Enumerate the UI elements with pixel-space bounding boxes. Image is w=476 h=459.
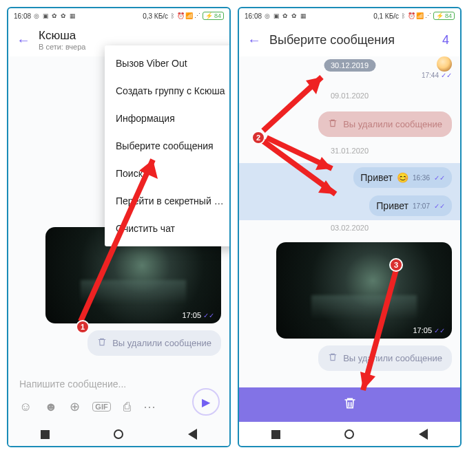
gear-icon: ✿ — [282, 12, 289, 19]
trash-icon — [328, 352, 338, 364]
deleted-message-selected[interactable]: Вы удалили сообщение — [318, 111, 452, 137]
deleted-text: Вы удалили сообщение — [343, 353, 442, 363]
phone-right: 16:08 ◎ ▣ ✿ ✿ ▦ 0,1 КБ/с ᛒ ⏰ 📶 ⋰ ⚡84 ← В… — [238, 7, 462, 447]
menu-secret-chat[interactable]: Перейти в секретный чат — [105, 187, 231, 215]
message-time: 16:36 — [413, 174, 430, 182]
alarm-icon: ⏰ — [178, 12, 185, 19]
message-time: 17:07 — [413, 202, 430, 210]
message-row-selected[interactable]: Привет 😊 16:36 ✓✓ — [239, 163, 460, 192]
trash-icon — [343, 396, 357, 413]
gear-icon-2: ✿ — [291, 12, 298, 19]
battery-indicator: ⚡84 — [203, 12, 224, 20]
status-time: 16:08 — [14, 12, 31, 20]
deleted-message: Вы удалили сообщение — [87, 330, 221, 356]
nav-home-icon[interactable] — [344, 429, 354, 439]
status-bar: 16:08 ◎ ▣ ✿ ✿ ▦ 0,1 КБ/с ᛒ ⏰ 📶 ⋰ ⚡84 — [239, 8, 460, 23]
status-time: 16:08 — [245, 12, 262, 20]
read-ticks-icon: ✓✓ — [434, 174, 445, 182]
back-arrow-icon[interactable]: ← — [17, 32, 30, 48]
nav-back-icon[interactable] — [419, 429, 428, 440]
gif-icon[interactable]: GIF — [92, 402, 110, 412]
badge-3: 3 — [389, 258, 403, 272]
message-text: Привет — [376, 200, 408, 211]
dropdown-menu: Вызов Viber Out Создать группу с Ксюша И… — [105, 45, 231, 246]
avatar-icon — [437, 56, 452, 72]
message-text: Привет — [360, 172, 393, 183]
menu-select-messages[interactable]: Выберите сообщения — [105, 132, 231, 160]
message-input[interactable]: Напишите сообщение... — [17, 373, 221, 395]
phone-left: 16:08 ◎ ▣ ✿ ✿ ▦ 0,3 КБ/с ᛒ ⏰ 📶 ⋰ ⚡84 ← К… — [7, 7, 231, 447]
badge-1: 1 — [76, 320, 90, 334]
instagram-icon: ▣ — [273, 12, 280, 19]
menu-info[interactable]: Информация — [105, 105, 231, 132]
nav-recents-icon[interactable] — [41, 430, 50, 439]
wifi-icon: ⋰ — [425, 12, 432, 19]
smile-emoji-icon: 😊 — [397, 172, 408, 183]
sync-icon: ◎ — [33, 12, 40, 19]
alarm-icon: ⏰ — [408, 12, 415, 19]
wifi-icon: ⋰ — [194, 12, 201, 19]
signal-icon: 📶 — [186, 12, 193, 19]
bluetooth-icon: ᛒ — [169, 12, 176, 19]
signal-icon: 📶 — [417, 12, 424, 19]
status-bar: 16:08 ◎ ▣ ✿ ✿ ▦ 0,3 КБ/с ᛒ ⏰ 📶 ⋰ ⚡84 — [8, 8, 229, 23]
nav-recents-icon[interactable] — [271, 430, 280, 439]
badge-2: 2 — [251, 131, 265, 145]
trash-icon — [328, 118, 338, 130]
date-label: 03.02.2020 — [324, 222, 375, 234]
nav-back-icon[interactable] — [188, 429, 197, 440]
data-rate: 0,3 КБ/с — [143, 12, 168, 20]
send-button[interactable]: ▶ — [192, 388, 220, 416]
image-message[interactable]: 17:05✓✓ — [276, 242, 452, 339]
selection-count: 4 — [442, 33, 449, 47]
android-navbar — [239, 423, 460, 446]
composer: Напишите сообщение... ☺ ☻ ⊕ GIF ⎙ ⋯ ▶ — [8, 373, 229, 418]
battery-indicator: ⚡84 — [433, 12, 455, 20]
camera-plus-icon[interactable]: ⊕ — [70, 399, 80, 414]
message-row-selected[interactable]: Привет 17:07 ✓✓ — [239, 191, 460, 220]
data-rate: 0,1 КБ/с — [373, 12, 399, 20]
trash-icon — [97, 337, 107, 349]
chat-body: 30.12.2019 17:44✓✓ 09.01.2020 Вы удалили… — [239, 56, 460, 408]
menu-search[interactable]: Поиск — [105, 160, 231, 187]
chat-name[interactable]: Ксюша — [39, 29, 221, 43]
date-label: 31.01.2020 — [324, 145, 375, 157]
delete-bar[interactable] — [239, 387, 460, 422]
gear-icon-2: ✿ — [60, 12, 67, 19]
camera-icon: ▦ — [69, 12, 76, 19]
shop-icon[interactable]: ⎙ — [123, 400, 131, 414]
selection-title: Выберите сообщения — [269, 33, 434, 47]
date-chip: 30.12.2019 — [324, 59, 375, 72]
image-time: 17:05✓✓ — [182, 311, 214, 319]
deleted-text: Вы удалили сообщение — [343, 119, 442, 129]
deleted-text: Вы удалили сообщение — [112, 338, 211, 348]
sticker-icon[interactable]: ☺ — [19, 400, 32, 414]
camera-icon: ▦ — [300, 12, 307, 19]
menu-viber-out[interactable]: Вызов Viber Out — [105, 50, 231, 77]
gear-icon: ✿ — [51, 12, 58, 19]
instagram-icon: ▣ — [42, 12, 49, 19]
bluetooth-icon: ᛒ — [400, 12, 407, 19]
selection-header: ← Выберите сообщения 4 — [239, 23, 460, 56]
nav-home-icon[interactable] — [114, 429, 123, 439]
menu-create-group[interactable]: Создать группу с Ксюша — [105, 77, 231, 105]
more-icon[interactable]: ⋯ — [143, 399, 156, 414]
android-navbar — [8, 423, 229, 446]
date-label: 09.01.2020 — [324, 89, 375, 102]
prev-msg-time: 17:44✓✓ — [422, 72, 452, 79]
menu-clear-chat[interactable]: Очистить чат — [105, 215, 231, 242]
image-time: 17:05✓✓ — [413, 326, 445, 334]
read-ticks-icon: ✓✓ — [434, 202, 445, 210]
back-arrow-icon[interactable]: ← — [247, 32, 261, 48]
deleted-message: Вы удалили сообщение — [318, 345, 452, 371]
sync-icon: ◎ — [264, 12, 271, 19]
emoji-icon[interactable]: ☻ — [44, 400, 57, 414]
